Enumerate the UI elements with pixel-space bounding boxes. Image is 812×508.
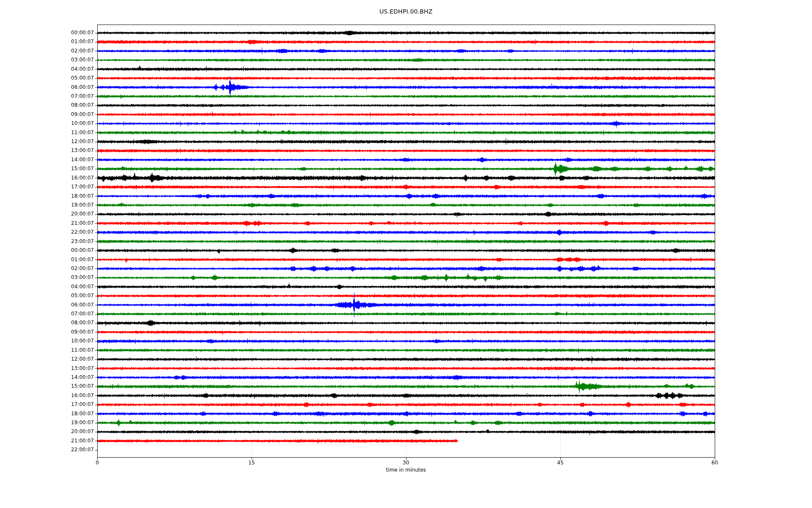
y-tick-label: 18:00:07	[0, 411, 94, 417]
y-tick-label: 13:00:07	[0, 365, 94, 372]
y-tick-label: 08:00:07	[0, 102, 94, 108]
y-tick-label: 20:00:07	[0, 428, 94, 435]
y-tick-label: 17:00:07	[0, 184, 94, 190]
x-tick-label: 45	[548, 460, 573, 466]
x-axis-title: time in minutes	[0, 467, 812, 473]
y-tick-label: 02:00:07	[0, 265, 94, 272]
y-tick-label: 05:00:07	[0, 293, 94, 299]
y-tick-label: 20:00:07	[0, 211, 94, 217]
y-tick-label: 21:00:07	[0, 220, 94, 226]
y-tick-label: 07:00:07	[0, 311, 94, 317]
y-tick-label: 15:00:07	[0, 166, 94, 172]
dayplot-waveform-canvas	[0, 0, 812, 508]
y-tick-label: 22:00:07	[0, 447, 94, 453]
x-tick-label: 0	[85, 460, 110, 466]
y-tick-label: 17:00:07	[0, 401, 94, 408]
y-tick-label: 11:00:07	[0, 130, 94, 136]
x-tick-label: 60	[702, 460, 727, 466]
y-tick-label: 18:00:07	[0, 193, 94, 199]
y-tick-label: 01:00:07	[0, 257, 94, 263]
y-tick-label: 21:00:07	[0, 438, 94, 444]
y-tick-label: 12:00:07	[0, 138, 94, 145]
y-tick-label: 04:00:07	[0, 66, 94, 72]
y-tick-label: 02:00:07	[0, 48, 94, 54]
y-tick-label: 07:00:07	[0, 93, 94, 99]
y-tick-label: 16:00:07	[0, 175, 94, 181]
y-tick-label: 16:00:07	[0, 392, 94, 399]
y-tick-label: 06:00:07	[0, 302, 94, 308]
y-tick-label: 09:00:07	[0, 329, 94, 335]
y-tick-label: 00:00:07	[0, 30, 94, 36]
x-tick-label: 30	[393, 460, 419, 466]
y-tick-label: 15:00:07	[0, 383, 94, 389]
chart-title: US.EDHPI.00.BHZ	[0, 8, 812, 15]
x-tick-label: 15	[239, 460, 264, 466]
y-tick-label: 13:00:07	[0, 147, 94, 154]
y-tick-label: 19:00:07	[0, 202, 94, 208]
y-tick-label: 14:00:07	[0, 374, 94, 381]
y-tick-label: 01:00:07	[0, 39, 94, 45]
y-tick-label: 04:00:07	[0, 284, 94, 290]
y-tick-label: 19:00:07	[0, 420, 94, 426]
y-tick-label: 03:00:07	[0, 274, 94, 281]
y-tick-label: 10:00:07	[0, 338, 94, 344]
y-tick-label: 08:00:07	[0, 320, 94, 326]
seismogram-figure: US.EDHPI.00.BHZ 00:00:0701:00:0702:00:07…	[0, 0, 812, 508]
y-tick-label: 09:00:07	[0, 111, 94, 118]
y-tick-label: 05:00:07	[0, 75, 94, 81]
y-tick-label: 12:00:07	[0, 356, 94, 362]
y-tick-label: 03:00:07	[0, 57, 94, 63]
y-tick-label: 10:00:07	[0, 120, 94, 127]
y-tick-label: 23:00:07	[0, 238, 94, 245]
y-tick-label: 00:00:07	[0, 247, 94, 254]
y-tick-label: 14:00:07	[0, 157, 94, 163]
y-tick-label: 11:00:07	[0, 347, 94, 353]
y-tick-label: 22:00:07	[0, 229, 94, 235]
y-tick-label: 06:00:07	[0, 84, 94, 91]
